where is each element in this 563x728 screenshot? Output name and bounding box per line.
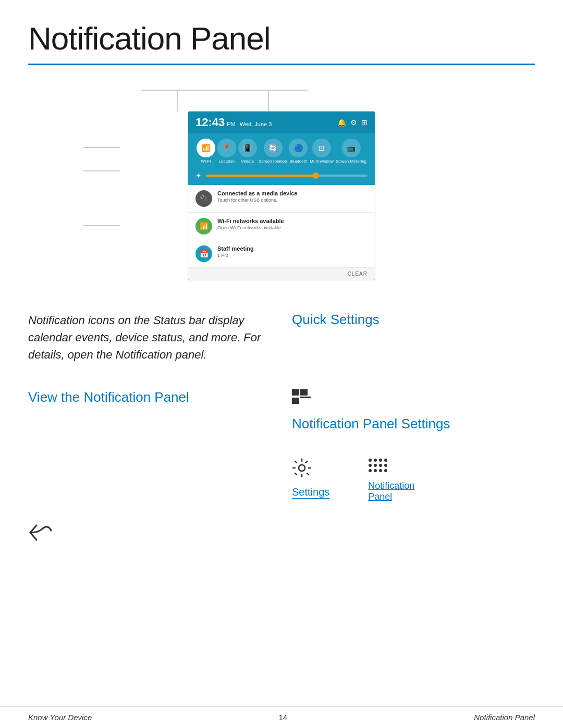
notif-wifi-icon: 📶 [195, 218, 212, 235]
qs-vibrate: 📳 Vibrate [238, 139, 257, 164]
grid-icon-small: ⊞ [361, 118, 368, 127]
qs-mirroring-icon: 📺 [342, 139, 361, 157]
desc-right: Quick Settings [292, 312, 535, 363]
brightness-fill [206, 175, 319, 177]
svg-point-23 [384, 469, 387, 472]
np-settings-link[interactable]: Notification Panel [368, 480, 423, 502]
svg-rect-8 [300, 389, 308, 396]
qs-bluetooth: 🔵 Bluetooth [289, 139, 308, 164]
page-title: Notification Panel [28, 21, 535, 56]
notif-usb-icon: 🔌 [195, 190, 212, 207]
notif-cal-sub: 1 PM [217, 253, 254, 258]
brightness-track [206, 175, 368, 177]
view-notification-panel-heading: View the Notification Panel [28, 389, 271, 405]
panel-grid-icon [292, 389, 311, 408]
qs-location-label: Location [219, 159, 235, 164]
svg-point-21 [374, 469, 377, 472]
qs-wifi-icon: 📶 [197, 139, 215, 157]
settings-link[interactable]: Settings [292, 486, 329, 499]
qs-wifi: 📶 Wi-Fi [197, 139, 215, 164]
svg-rect-10 [300, 397, 311, 398]
footer-page-number: 14 [278, 713, 287, 722]
notif-usb-sub: Touch for other USB options. [217, 198, 297, 203]
page-header: Notification Panel [0, 0, 563, 65]
qs-rotation: 🔄 Screen rotation [259, 139, 287, 164]
view-right: Notification Panel Settings Settings [292, 389, 535, 502]
svg-point-11 [299, 465, 305, 471]
svg-point-14 [379, 459, 382, 462]
quick-settings-heading: Quick Settings [292, 312, 535, 328]
clear-row: CLEAR [188, 268, 375, 280]
mockup-date: Wed, June 3 [240, 121, 272, 127]
notif-wifi-sub: Open Wi-Fi networks available [217, 225, 284, 230]
phone-mockup: 12:43 PM Wed, June 3 🔔 ⚙ ⊞ 📶 [188, 111, 375, 280]
svg-point-13 [374, 459, 377, 462]
mockup-time: 12:43 [195, 116, 225, 129]
mockup-top-bar: 12:43 PM Wed, June 3 🔔 ⚙ ⊞ [188, 112, 375, 133]
notification-icon: 🔔 [337, 118, 346, 127]
qs-mirroring-label: Screen Mirroring [336, 159, 366, 164]
qs-location-icon: 📍 [217, 139, 236, 157]
mockup-time-suffix: PM [227, 121, 236, 127]
qs-bluetooth-icon: 🔵 [289, 139, 308, 157]
qs-multiwindow: ⊡ Multi window [310, 139, 334, 164]
footer-right-text: Notification Panel [474, 713, 535, 722]
qs-rotation-icon: 🔄 [264, 139, 283, 157]
notif-wifi-title: Wi-Fi networks available [217, 218, 284, 224]
quick-settings-row: 📶 Wi-Fi 📍 Location 📳 Vibrate 🔄 [188, 133, 375, 169]
qs-vibrate-icon: 📳 [238, 139, 257, 157]
settings-icon-small: ⚙ [350, 118, 357, 127]
mockup-section: 12:43 PM Wed, June 3 🔔 ⚙ ⊞ 📶 [28, 80, 535, 280]
desc-section: Notification icons on the Status bar dis… [28, 312, 535, 363]
qs-rotation-label: Screen rotation [259, 159, 287, 164]
back-arrow-icon [28, 523, 53, 547]
notif-cal-title: Staff meeting [217, 245, 254, 252]
svg-point-18 [379, 464, 382, 467]
notification-list: 🔌 Connected as a media device Touch for … [188, 185, 375, 268]
notif-usb-text: Connected as a media device Touch for ot… [217, 190, 297, 203]
notif-item-usb: 🔌 Connected as a media device Touch for … [188, 185, 375, 213]
svg-point-19 [384, 464, 387, 467]
qs-wifi-label: Wi-Fi [201, 159, 211, 164]
qs-mirroring: 📺 Screen Mirroring [336, 139, 366, 164]
svg-point-20 [369, 469, 372, 472]
mockup-icons-right: 🔔 ⚙ ⊞ [337, 118, 368, 127]
settings-left: Settings [292, 458, 347, 502]
qs-location: 📍 Location [217, 139, 236, 164]
notif-wifi-text: Wi-Fi networks available Open Wi-Fi netw… [217, 218, 284, 230]
svg-rect-9 [292, 398, 299, 404]
footer-left-text: Know Your Device [28, 713, 92, 722]
header-divider [28, 64, 535, 65]
qs-bluetooth-label: Bluetooth [290, 159, 308, 164]
svg-point-15 [384, 459, 387, 462]
gear-icon-large [292, 458, 312, 482]
qs-multiwindow-icon: ⊡ [312, 139, 331, 157]
qs-vibrate-label: Vibrate [241, 159, 254, 164]
svg-point-22 [379, 469, 382, 472]
settings-row: Settings [292, 458, 423, 502]
page-footer: Know Your Device 14 Notification Panel [0, 706, 563, 728]
dots-grid-icon [368, 458, 387, 476]
desc-left: Notification icons on the Status bar dis… [28, 312, 271, 363]
svg-rect-7 [292, 389, 299, 396]
notif-cal-icon: 📅 [195, 245, 212, 262]
clear-button-label[interactable]: CLEAR [348, 271, 368, 277]
notif-item-wifi: 📶 Wi-Fi networks available Open Wi-Fi ne… [188, 213, 375, 240]
view-section: View the Notification Panel Notification… [28, 389, 535, 502]
view-left: View the Notification Panel [28, 389, 271, 405]
brightness-icon: ✦ [195, 171, 202, 180]
back-section [28, 523, 535, 547]
np-settings-heading: Notification Panel Settings [292, 416, 450, 432]
settings-right: Notification Panel [368, 458, 423, 502]
svg-point-17 [374, 464, 377, 467]
notif-usb-title: Connected as a media device [217, 190, 297, 196]
notif-item-cal: 📅 Staff meeting 1 PM [188, 240, 375, 268]
desc-italic-text: Notification icons on the Status bar dis… [28, 312, 271, 363]
notif-cal-text: Staff meeting 1 PM [217, 245, 254, 258]
main-content: 12:43 PM Wed, June 3 🔔 ⚙ ⊞ 📶 [0, 80, 563, 547]
svg-point-12 [369, 459, 372, 462]
qs-multiwindow-label: Multi window [310, 159, 334, 164]
brightness-handle [313, 172, 319, 179]
brightness-bar-row: ✦ [188, 169, 375, 185]
svg-point-16 [369, 464, 372, 467]
